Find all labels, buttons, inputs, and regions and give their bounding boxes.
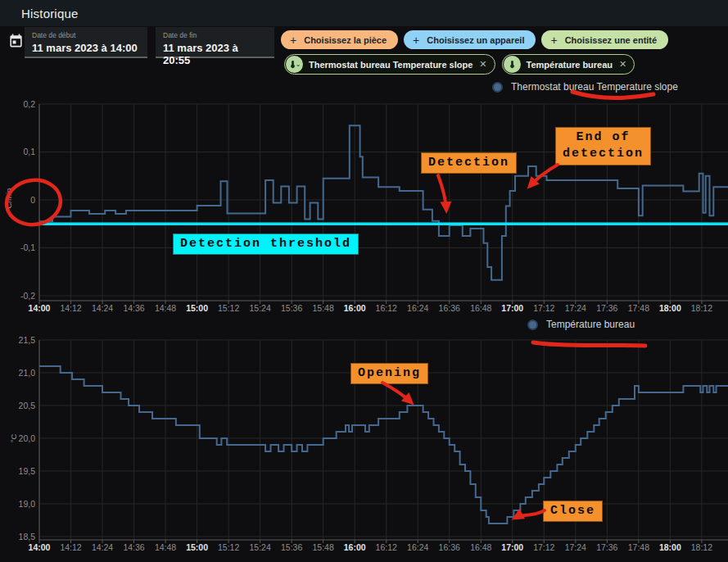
y-tick-label: 20,5 [19, 401, 36, 410]
x-tick-label: 17:00 [501, 542, 523, 552]
y-tick-label: -0,1 [20, 242, 35, 252]
y-axis-title: °C/min [4, 188, 13, 212]
y-tick-label: 0,2 [23, 99, 35, 109]
x-tick-label: 18:00 [659, 303, 681, 313]
x-tick-label: 18:12 [691, 303, 712, 313]
x-tick-label: 17:36 [596, 303, 617, 313]
x-tick-label: 16:24 [407, 303, 428, 313]
y-tick-label: 20,0 [19, 433, 36, 443]
x-tick-label: 14:36 [123, 303, 144, 313]
legend-label: Thermostat bureau Temperature slope [511, 81, 678, 93]
x-tick-label: 15:00 [186, 542, 208, 552]
chart-0: 14:0014:1214:2414:3614:4815:0015:1215:24… [4, 99, 728, 314]
y-tick-label: 18,5 [19, 532, 36, 542]
x-tick-label: 15:48 [313, 542, 334, 552]
y-tick-label: -0,2 [20, 291, 35, 301]
x-tick-label: 14:12 [60, 303, 81, 313]
y-axis-title: °C [9, 434, 18, 443]
series-line-0 [39, 125, 728, 279]
x-tick-label: 15:36 [281, 542, 302, 552]
y-tick-label: 0 [30, 195, 35, 205]
x-tick-label: 18:00 [659, 542, 681, 552]
x-tick-label: 14:24 [92, 303, 113, 313]
x-tick-label: 16:00 [344, 542, 366, 552]
x-tick-label: 16:36 [439, 542, 460, 552]
x-tick-label: 14:24 [92, 542, 113, 552]
x-tick-label: 15:24 [249, 542, 270, 552]
x-tick-label: 17:00 [501, 303, 523, 313]
history-page: Historique Date de début 11 mars 2023 à … [0, 0, 728, 562]
x-tick-label: 14:36 [123, 542, 144, 552]
x-tick-label: 16:12 [376, 542, 397, 552]
x-tick-label: 15:00 [186, 303, 208, 313]
y-tick-label: 21,0 [19, 368, 36, 378]
x-tick-label: 14:48 [155, 303, 176, 313]
x-tick-label: 14:48 [155, 542, 176, 552]
x-tick-label: 15:48 [313, 303, 334, 313]
x-tick-label: 17:36 [596, 542, 617, 552]
x-tick-label: 17:24 [565, 542, 586, 552]
chart-1: 14:0014:1214:2414:3614:4815:0015:1215:24… [9, 335, 728, 553]
x-tick-label: 17:12 [533, 542, 554, 552]
x-tick-label: 14:00 [29, 542, 51, 552]
x-tick-label: 17:48 [628, 303, 649, 313]
legend-dot [492, 82, 503, 93]
legend-dot [527, 320, 538, 330]
y-tick-label: 21,5 [19, 335, 36, 345]
x-tick-label: 15:12 [218, 303, 239, 313]
legend-temperature-slope[interactable]: Thermostat bureau Temperature slope [492, 81, 678, 93]
x-tick-label: 16:36 [439, 303, 460, 313]
x-tick-label: 18:12 [691, 542, 712, 552]
x-tick-label: 17:48 [628, 542, 649, 552]
y-tick-label: 19,5 [19, 466, 36, 476]
x-tick-label: 16:24 [407, 542, 428, 552]
y-tick-label: 19,0 [19, 499, 36, 509]
series-line-1 [39, 366, 728, 523]
x-tick-label: 15:12 [218, 542, 239, 552]
x-tick-label: 16:48 [470, 542, 491, 552]
x-tick-label: 17:12 [533, 303, 554, 313]
x-tick-label: 14:12 [60, 542, 81, 552]
x-tick-label: 16:12 [376, 303, 397, 313]
x-tick-label: 15:36 [281, 303, 302, 313]
x-tick-label: 17:24 [565, 303, 586, 313]
legend-temperature-bureau[interactable]: Température bureau [527, 319, 635, 330]
y-tick-label: 0,1 [23, 147, 35, 156]
legend-label: Température bureau [546, 319, 635, 330]
x-tick-label: 15:24 [249, 303, 270, 313]
x-tick-label: 14:00 [29, 303, 51, 313]
x-tick-label: 16:48 [470, 303, 491, 313]
x-tick-label: 16:00 [344, 303, 366, 313]
